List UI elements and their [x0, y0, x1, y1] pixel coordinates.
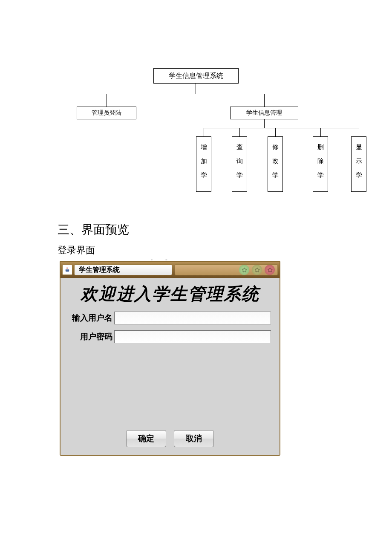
section-heading: 三、界面预览: [58, 222, 129, 238]
username-label: 输入用户名: [69, 312, 114, 324]
diagram-leaf-char: 修: [272, 140, 279, 154]
diagram-leaf-char: 删: [317, 140, 324, 154]
close-icon[interactable]: [265, 265, 275, 275]
maximize-icon[interactable]: [252, 265, 262, 275]
diagram-leaf-display: 显 示 学: [351, 136, 366, 192]
diagram-leaf-char: 加: [201, 154, 207, 168]
system-hierarchy-diagram: 学生信息管理系统 管理员登陆 学生信息管理 增 加 学 查 询 学 修 改 学 …: [60, 68, 366, 196]
diagram-leaf-query: 查 询 学: [232, 136, 247, 192]
diagram-leaf-char: 查: [236, 140, 243, 154]
diagram-leaf-char: 增: [201, 140, 207, 154]
diagram-leaf-char: 示: [356, 154, 362, 168]
diagram-connector: [196, 84, 196, 94]
button-row: 确定 取消: [61, 424, 280, 455]
window-body: 欢迎进入学生管理系统 输入用户名 用户密码 确定 取消: [61, 278, 280, 455]
section-subheading: 登录界面: [58, 244, 95, 257]
minimize-icon[interactable]: [239, 265, 249, 275]
diagram-leaf-modify: 修 改 学: [268, 136, 283, 192]
diagram-connector: [275, 128, 276, 136]
diagram-connector: [239, 128, 240, 136]
diagram-connector: [107, 94, 107, 107]
window-title: 学生管理系统: [74, 264, 172, 275]
titlebar-decoration: [175, 264, 278, 275]
login-form: 输入用户名 用户密码: [61, 309, 280, 424]
welcome-heading: 欢迎进入学生管理系统: [61, 278, 280, 309]
password-label: 用户密码: [69, 331, 114, 342]
diagram-leaf-char: 学: [201, 168, 207, 182]
diagram-student-mgmt-box: 学生信息管理: [230, 107, 298, 119]
diagram-connector: [264, 119, 265, 128]
password-row: 用户密码: [69, 330, 271, 343]
login-window: 学生管理系统 欢迎进入学生管理系统 输入用户名 用户密码 确定 取消: [60, 261, 280, 456]
diagram-leaf-char: 除: [317, 154, 324, 168]
diagram-leaf-char: 学: [317, 168, 324, 182]
diagram-leaf-char: 改: [272, 154, 279, 168]
diagram-connector: [204, 128, 204, 136]
diagram-connector: [359, 128, 359, 136]
ok-button[interactable]: 确定: [126, 430, 166, 447]
diagram-leaf-add: 增 加 学: [196, 136, 211, 192]
password-input[interactable]: [114, 330, 271, 343]
diagram-leaf-char: 学: [236, 168, 243, 182]
cancel-button[interactable]: 取消: [174, 430, 214, 447]
username-row: 输入用户名: [69, 312, 271, 324]
diagram-leaf-char: 询: [236, 154, 243, 168]
window-titlebar[interactable]: 学生管理系统: [61, 262, 280, 278]
diagram-root-box: 学生信息管理系统: [153, 68, 239, 84]
java-icon: [62, 265, 72, 275]
diagram-leaf-char: 显: [356, 140, 362, 154]
diagram-leaf-char: 学: [356, 168, 362, 182]
diagram-connector: [204, 128, 359, 128]
diagram-admin-login-box: 管理员登陆: [77, 107, 136, 119]
diagram-leaf-char: 学: [272, 168, 279, 182]
diagram-leaf-delete: 删 除 学: [313, 136, 328, 192]
diagram-connector: [264, 94, 265, 107]
username-input[interactable]: [114, 312, 271, 324]
diagram-connector: [320, 128, 321, 136]
diagram-connector: [107, 94, 264, 94]
